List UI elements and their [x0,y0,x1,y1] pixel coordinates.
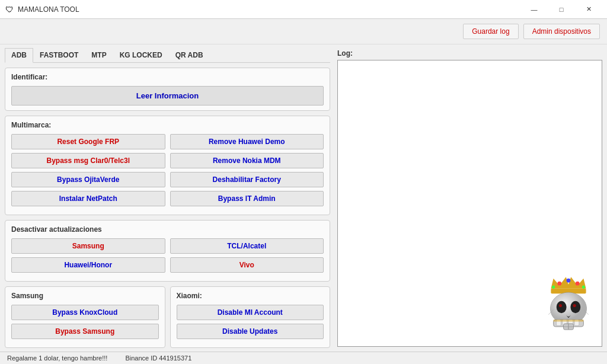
svg-rect-16 [554,320,584,321]
disable-mi-account-button[interactable]: Disable MI Account [177,305,324,320]
desactivar-row-2: Huawei/Honor Vivo [11,257,324,273]
multimarca-row-4: Instalar NetPatch Bypass IT Admin [11,191,324,206]
svg-point-20 [573,304,576,307]
status-message: Regalame 1 dolar, tengo hambre!!! [7,355,107,362]
desactivar-title: Desactivar actualizaciones [11,225,324,234]
remove-nokia-mdm-button[interactable]: Remove Nokia MDM [170,153,324,168]
svg-point-6 [582,286,585,289]
skull-icon [536,274,601,340]
tab-kg-locked[interactable]: KG LOCKED [113,48,169,62]
main-content: ADB FASTBOOT MTP KG LOCKED QR ADB Identi… [0,44,607,352]
app-title: MAMALONA TOOL [18,5,520,14]
xiaomi-row-2: Disable Updates [177,324,324,339]
svg-point-10 [570,301,580,313]
tcl-alcatel-button[interactable]: TCL/Alcatel [170,238,324,254]
vivo-button[interactable]: Vivo [170,257,324,273]
tab-fastboot[interactable]: FASTBOOT [33,48,85,62]
remove-huawei-demo-button[interactable]: Remove Huawei Demo [170,134,324,149]
admin-devices-button[interactable]: Admin dispositivos [523,24,600,39]
bottom-sections: Samsung Bypass KnoxCloud Bypass Samsung … [5,286,330,348]
close-button[interactable]: ✕ [575,0,602,19]
desactivar-section: Desactivar actualizaciones Samsung TCL/A… [5,220,330,282]
svg-point-19 [559,304,562,307]
tab-bar: ADB FASTBOOT MTP KG LOCKED QR ADB [5,44,330,63]
svg-point-3 [567,279,571,283]
window-controls: — □ ✕ [520,0,602,19]
xiaomi-title: Xiaomi: [177,292,324,300]
skull-decoration [536,274,601,340]
xiaomi-row-1: Disable MI Account [177,305,324,320]
reset-google-frp-button[interactable]: Reset Google FRP [11,134,165,149]
samsung-section: Samsung Bypass KnoxCloud Bypass Samsung [5,286,165,348]
right-panel: Log: [335,44,607,352]
bypass-knoxcloud-button[interactable]: Bypass KnoxCloud [11,305,159,320]
tab-qr-adb[interactable]: QR ADB [169,48,210,62]
disable-updates-button[interactable]: Disable Updates [177,324,324,339]
log-label: Log: [337,49,602,58]
leer-informacion-button[interactable]: Leer Informacion [11,86,324,106]
bypass-ojitaverde-button[interactable]: Bypass OjitaVerde [11,172,165,187]
samsung-row-2: Bypass Samsung [11,324,159,339]
bypass-it-admin-button[interactable]: Bypass IT Admin [170,191,324,206]
app-icon: 🛡 [5,5,14,14]
desactivar-row-1: Samsung TCL/Alcatel [11,238,324,254]
xiaomi-section: Xiaomi: Disable MI Account Disable Updat… [170,286,331,348]
huawei-honor-button[interactable]: Huawei/Honor [11,257,165,273]
svg-point-9 [557,301,567,313]
samsung-row-1: Bypass KnoxCloud [11,305,159,320]
multimarca-row-2: Bypass msg Clar0/Telc3l Remove Nokia MDM [11,153,324,168]
save-log-button[interactable]: Guardar log [463,24,518,39]
samsung-title: Samsung [11,292,159,300]
multimarca-row-1: Reset Google FRP Remove Huawei Demo [11,134,324,149]
multimarca-title: Multimarca: [11,121,324,129]
statusbar: Regalame 1 dolar, tengo hambre!!! Binanc… [0,352,607,364]
tab-mtp[interactable]: MTP [85,48,113,62]
titlebar: 🛡 MAMALONA TOOL — □ ✕ [0,0,607,19]
identificar-section: Identificar: Leer Informacion [5,68,330,111]
identificar-title: Identificar: [11,73,324,81]
tab-adb[interactable]: ADB [5,48,33,63]
left-panel: ADB FASTBOOT MTP KG LOCKED QR ADB Identi… [0,44,335,352]
svg-point-4 [576,282,580,286]
bypass-msg-button[interactable]: Bypass msg Clar0/Telc3l [11,153,165,168]
bypass-samsung-button[interactable]: Bypass Samsung [11,324,159,339]
toolbar: Guardar log Admin dispositivos [0,19,607,44]
samsung-desactivar-button[interactable]: Samsung [11,238,165,254]
binance-id: Binance ID 441915371 [125,355,191,362]
minimize-button[interactable]: — [520,0,548,19]
multimarca-section: Multimarca: Reset Google FRP Remove Huaw… [5,116,330,215]
svg-point-5 [552,286,555,289]
svg-point-2 [557,282,561,286]
deshabilitar-factory-button[interactable]: Deshabilitar Factory [170,172,324,187]
instalar-netpatch-button[interactable]: Instalar NetPatch [11,191,165,206]
maximize-button[interactable]: □ [548,0,575,19]
multimarca-row-3: Bypass OjitaVerde Deshabilitar Factory [11,172,324,187]
